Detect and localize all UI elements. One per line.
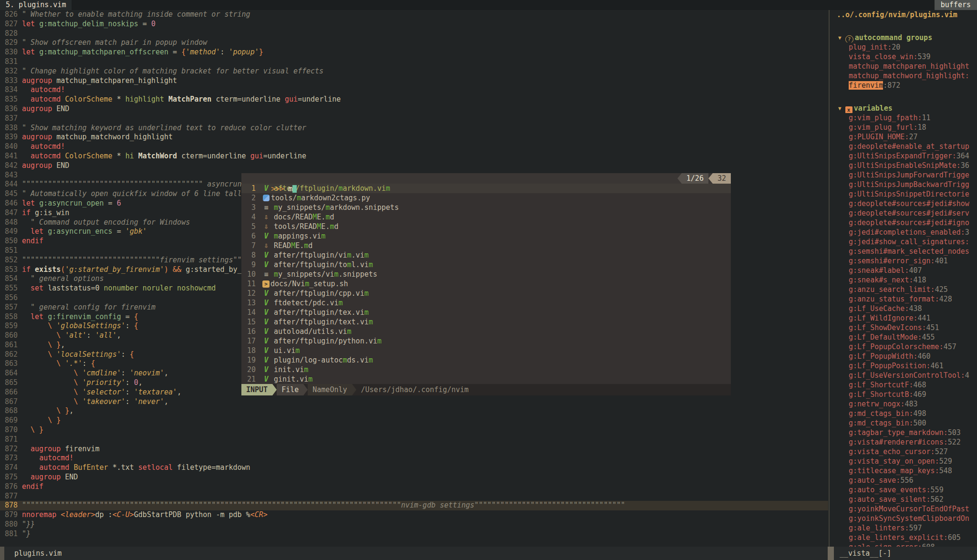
file-row[interactable]: 4⇩docs/README.md bbox=[241, 212, 731, 222]
fuzzy-finder-input[interactable]: >>> m 1/26 32 bbox=[241, 173, 731, 184]
tag-item[interactable]: g:sneak#label:407 bbox=[830, 266, 977, 275]
sidebar-section-autocommands[interactable]: ▼?autocommand groups bbox=[830, 33, 977, 42]
code-line[interactable]: 877 bbox=[0, 492, 828, 501]
tag-item[interactable]: g:ale_linters_explicit:605 bbox=[830, 533, 977, 542]
tag-item[interactable]: g:auto_save_events:559 bbox=[830, 485, 977, 495]
code-line[interactable]: 830let g:matchup_matchparen_offscreen = … bbox=[0, 48, 828, 57]
tag-item[interactable]: g:yoinkMoveCursorToEndOfPast bbox=[830, 504, 977, 514]
code-line[interactable]: 875 augroup END bbox=[0, 473, 828, 482]
tag-item[interactable]: g:ale_linters:597 bbox=[830, 523, 977, 533]
code-line[interactable]: 872 augroup firenvim bbox=[0, 445, 828, 454]
tag-item[interactable]: g:Lf_PopupColorscheme:457 bbox=[830, 342, 977, 352]
chevron-down-icon[interactable]: ▼ bbox=[838, 35, 842, 41]
file-row[interactable]: 16Vautoload/utils.vim bbox=[241, 327, 731, 336]
file-row[interactable]: 17Vafter/ftplugin/python.vim bbox=[241, 336, 731, 346]
tag-item[interactable]: g:vista_stay_on_open:529 bbox=[830, 456, 977, 466]
code-line[interactable]: 836augroup END bbox=[0, 104, 828, 114]
code-line[interactable]: 878"""""""""""""""""""""""""""""""""""""… bbox=[0, 501, 828, 510]
tag-item[interactable]: g:Lf_UseVersionControlTool:4 bbox=[830, 371, 977, 380]
code-line[interactable]: 827let g:matchup_delim_noskips = 0 bbox=[0, 20, 828, 29]
tag-item[interactable]: g:sneak#s_next:418 bbox=[830, 275, 977, 285]
tag-item[interactable]: g:jedi#completions_enabled:3 bbox=[830, 228, 977, 237]
file-row[interactable]: 3≡my_snippets/markdown.snippets bbox=[241, 203, 731, 212]
tag-item[interactable]: g:vista#renderer#icons:522 bbox=[830, 437, 977, 447]
code-line[interactable]: 880"}} bbox=[0, 520, 828, 529]
file-row[interactable]: 6Vmappings.vim bbox=[241, 231, 731, 241]
tag-item[interactable]: g:Lf_WildIgnore:441 bbox=[830, 313, 977, 323]
file-row[interactable]: 9Vafter/ftplugin/toml.vim bbox=[241, 260, 731, 270]
file-row[interactable]: 18Vui.vim bbox=[241, 346, 731, 355]
file-row[interactable]: 14Vafter/ftplugin/tex.vim bbox=[241, 308, 731, 317]
chevron-down-icon[interactable]: ▼ bbox=[838, 105, 842, 112]
tag-item[interactable]: g:anzu_status_format:428 bbox=[830, 294, 977, 304]
tag-item[interactable]: g:yoinkSyncSystemClipboardOn bbox=[830, 514, 977, 523]
tag-item[interactable]: g:UltiSnipsSnippetDirectorie bbox=[830, 189, 977, 199]
code-line[interactable]: 829" Show offscreen match pair in popup … bbox=[0, 38, 828, 48]
tag-item[interactable]: g:vim_plug_furl:18 bbox=[830, 123, 977, 132]
tag-item[interactable]: g:vim_plug_fpath:11 bbox=[830, 113, 977, 123]
code-line[interactable]: 837 bbox=[0, 114, 828, 124]
tag-item[interactable]: g:UltiSnipsJumpForwardTrigge bbox=[830, 170, 977, 180]
code-line[interactable]: 873 autocmd! bbox=[0, 454, 828, 463]
code-line[interactable]: 868 \ }, bbox=[0, 406, 828, 416]
tag-item[interactable]: g:Lf_PopupWidth:460 bbox=[830, 352, 977, 361]
tag-item[interactable]: g:PLUGIN_HOME:27 bbox=[830, 132, 977, 142]
code-line[interactable]: 842augroup END bbox=[0, 161, 828, 171]
tag-item[interactable]: matchup_matchword_highlight: bbox=[830, 71, 977, 81]
tag-item[interactable]: g:UltiSnipsJumpBackwardTrigg bbox=[830, 180, 977, 189]
tag-item[interactable]: g:netrw_nogx:483 bbox=[830, 399, 977, 409]
tag-item[interactable]: g:anzu_search_limit:425 bbox=[830, 285, 977, 294]
code-line[interactable]: 839augroup matchup_matchword_highlight bbox=[0, 133, 828, 142]
code-line[interactable]: 841 autocmd ColorScheme * hi MatchWord c… bbox=[0, 152, 828, 161]
sidebar-section-variables[interactable]: ▼xvariables bbox=[830, 104, 977, 113]
code-line[interactable]: 834 autocmd! bbox=[0, 85, 828, 95]
file-row[interactable]: 5⇩tools/README.md bbox=[241, 222, 731, 231]
tag-item[interactable]: g:tagbar_type_markdown:503 bbox=[830, 428, 977, 437]
tag-item[interactable]: g:auto_save_silent:562 bbox=[830, 495, 977, 504]
tag-item[interactable]: g:semshi#error_sign:401 bbox=[830, 256, 977, 266]
file-row[interactable]: 20Vinit.vim bbox=[241, 365, 731, 374]
code-line[interactable]: 838" Show matching keyword as underlined… bbox=[0, 124, 828, 133]
tab-buffers[interactable]: buffers bbox=[935, 0, 977, 10]
code-line[interactable]: 871 bbox=[0, 435, 828, 445]
tag-item[interactable]: g:jedi#show_call_signatures: bbox=[830, 237, 977, 247]
code-line[interactable]: 879nnoremap <leader>dp :<C-U>GdbStartPDB… bbox=[0, 510, 828, 520]
tag-item[interactable]: g:ale_sign_error:608 bbox=[830, 542, 977, 547]
tag-item[interactable]: g:md_ctags_bin:498 bbox=[830, 409, 977, 418]
tag-item[interactable]: vista_close_win:539 bbox=[830, 52, 977, 62]
tab-plugins-vim[interactable]: 5. plugins.vim bbox=[0, 0, 72, 10]
tag-item[interactable]: g:titlecase_map_keys:548 bbox=[830, 466, 977, 476]
file-row[interactable]: 7⇩README.md bbox=[241, 241, 731, 250]
tag-item[interactable]: g:md_ctags_bin:500 bbox=[830, 418, 977, 428]
code-line[interactable]: 833augroup matchup_matchparen_highlight bbox=[0, 76, 828, 86]
tag-item[interactable]: g:deoplete#sources#jedi#igno bbox=[830, 218, 977, 228]
file-row[interactable]: 12Vafter/ftplugin/cpp.vim bbox=[241, 289, 731, 298]
tag-item[interactable]: g:Lf_PopupPosition:461 bbox=[830, 361, 977, 371]
code-line[interactable]: 835 autocmd ColorScheme * highlight Matc… bbox=[0, 95, 828, 104]
code-line[interactable]: 840 autocmd! bbox=[0, 142, 828, 152]
file-row[interactable]: 1Vafter/ftplugin/markdown.vim bbox=[241, 184, 731, 193]
tag-item[interactable]: g:Lf_DefaultMode:455 bbox=[830, 332, 977, 342]
file-row[interactable]: 13Vftdetect/pdc.vim bbox=[241, 298, 731, 308]
code-line[interactable]: 876endif bbox=[0, 482, 828, 492]
tag-item[interactable]: g:Lf_ShortcutF:468 bbox=[830, 380, 977, 390]
tag-item[interactable]: firenvim:872 bbox=[830, 81, 977, 90]
tag-item[interactable]: g:Lf_UseCache:438 bbox=[830, 304, 977, 313]
code-line[interactable]: 831 bbox=[0, 57, 828, 67]
tag-item[interactable]: matchup_matchparen_highlight bbox=[830, 62, 977, 71]
file-row[interactable]: 2tools/markdown2ctags.py bbox=[241, 193, 731, 203]
code-line[interactable]: 828 bbox=[0, 29, 828, 39]
tag-item[interactable]: g:Lf_ShortcutB:469 bbox=[830, 390, 977, 399]
code-line[interactable]: 867 \ 'takeover': 'never', bbox=[0, 397, 828, 407]
tag-item[interactable]: g:deoplete#enable_at_startup bbox=[830, 142, 977, 151]
code-line[interactable]: 881"} bbox=[0, 529, 828, 539]
tag-item[interactable]: g:deoplete#sources#jedi#show bbox=[830, 199, 977, 208]
tag-item[interactable]: g:Lf_ShowDevIcons:451 bbox=[830, 323, 977, 332]
file-row[interactable]: 11>docs/Nvim_setup.sh bbox=[241, 279, 731, 289]
code-line[interactable]: 870 \ } bbox=[0, 425, 828, 435]
file-row[interactable]: 19Vplugin/log-autocmds.vim bbox=[241, 355, 731, 365]
tag-item[interactable]: g:deoplete#sources#jedi#serv bbox=[830, 208, 977, 218]
code-line[interactable]: 874 autocmd BufEnter *.txt setlocal file… bbox=[0, 463, 828, 473]
tag-item[interactable]: plug_init:20 bbox=[830, 42, 977, 52]
tag-item[interactable]: g:semshi#mark_selected_nodes bbox=[830, 247, 977, 256]
